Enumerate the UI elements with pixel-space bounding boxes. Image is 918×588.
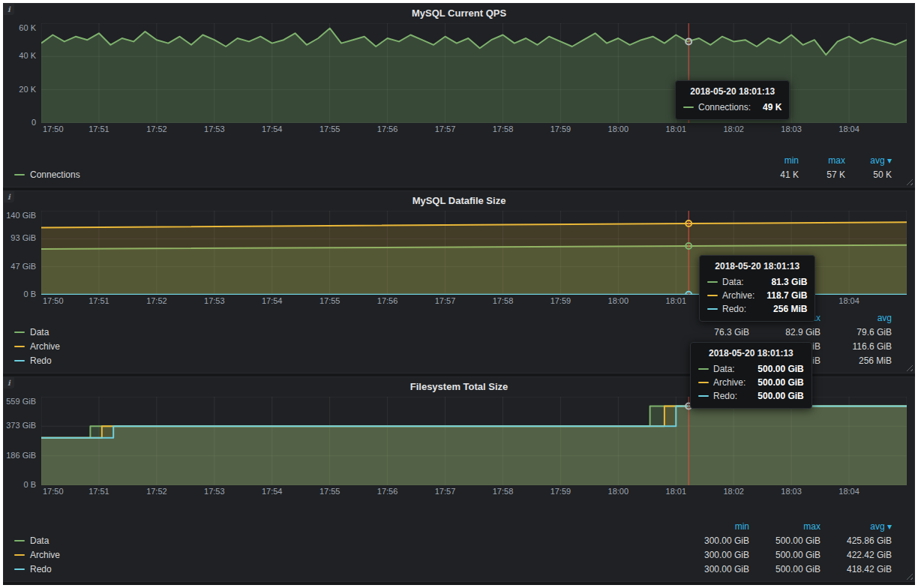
legend-series-name: Data bbox=[30, 327, 49, 338]
legend-min-value: 300.00 GiB bbox=[678, 564, 749, 574]
x-axis: 17:5017:5117:5217:5317:5417:5517:5617:57… bbox=[41, 123, 907, 135]
x-axis-tick-label: 18:01 bbox=[666, 487, 687, 496]
x-axis-tick-label: 17:55 bbox=[320, 487, 340, 496]
legend-series-redo[interactable]: Redo bbox=[14, 564, 52, 574]
y-axis-tick-label: 0 B bbox=[23, 480, 36, 489]
legend-header-min[interactable]: min bbox=[678, 521, 749, 532]
x-axis-tick-label: 17:56 bbox=[377, 487, 398, 496]
tooltip-timestamp: 2018-05-20 18:01:13 bbox=[683, 86, 782, 97]
hover-tooltip: 2018-05-20 18:01:13Data:500.00 GiBArchiv… bbox=[690, 342, 812, 409]
grafana-dashboard: i MySQL Current QPS 020 K40 K60 K 17:501… bbox=[3, 3, 915, 585]
x-axis-tick-label: 18:03 bbox=[781, 487, 802, 496]
legend-header-avg[interactable]: avg ▾ bbox=[845, 155, 892, 166]
tooltip-series-name: Redo: bbox=[722, 304, 746, 314]
x-axis-tick-label: 17:52 bbox=[146, 296, 167, 305]
filesystem-chart-canvas[interactable] bbox=[41, 397, 907, 485]
series-color-dash bbox=[14, 346, 25, 347]
legend-header-avg[interactable]: avg bbox=[820, 313, 892, 323]
y-axis-tick-label: 0 B bbox=[23, 290, 36, 298]
tooltip-series-name: Archive: bbox=[713, 377, 746, 388]
y-axis-tick-label: 47 GiB bbox=[10, 262, 36, 271]
legend-max-value: 82.9 GiB bbox=[749, 327, 820, 338]
tooltip-series-row: Connections:49 K bbox=[683, 100, 782, 114]
tooltip-series-value: 500.00 GiB bbox=[746, 391, 803, 401]
x-axis-tick-label: 17:59 bbox=[550, 124, 572, 134]
tooltip-timestamp: 2018-05-20 18:01:13 bbox=[707, 261, 807, 272]
panel-info-icon[interactable]: i bbox=[4, 377, 14, 388]
x-axis-tick-label: 17:51 bbox=[88, 124, 110, 134]
legend-min-value: 300.00 GiB bbox=[678, 536, 749, 546]
tooltip-series-name: Redo: bbox=[713, 391, 737, 401]
x-axis-tick-label: 17:54 bbox=[262, 124, 283, 134]
x-axis-tick-label: 18:03 bbox=[781, 124, 802, 134]
tooltip-series-name: Connections: bbox=[698, 102, 751, 112]
x-axis-tick-label: 17:57 bbox=[435, 296, 456, 305]
tooltip-series-value: 500.00 GiB bbox=[746, 364, 803, 374]
legend-series-name: Data bbox=[30, 536, 49, 546]
tooltip-series-row: Data:500.00 GiB bbox=[698, 362, 804, 376]
series-color-dash bbox=[14, 540, 25, 542]
panel-title[interactable]: MySQL Datafile Size bbox=[4, 191, 914, 211]
x-axis-tick-label: 18:04 bbox=[838, 296, 860, 305]
x-axis-tick-label: 17:52 bbox=[146, 487, 167, 496]
legend-avg-value: 422.42 GiB bbox=[820, 550, 892, 560]
y-axis-tick-label: 373 GiB bbox=[6, 421, 36, 430]
legend-min-value: 41 K bbox=[752, 170, 799, 180]
panel-info-icon[interactable]: i bbox=[4, 4, 14, 15]
y-axis-tick-label: 93 GiB bbox=[10, 233, 36, 242]
legend-row: Connections41 K57 K50 K bbox=[14, 167, 892, 182]
legend-avg-value: 79.6 GiB bbox=[820, 327, 892, 338]
legend-series-archive[interactable]: Archive bbox=[14, 550, 60, 560]
legend-series-connections[interactable]: Connections bbox=[14, 170, 80, 180]
legend-row: Archive300.00 GiB500.00 GiB422.42 GiB bbox=[14, 548, 892, 562]
tooltip-series-row: Redo:500.00 GiB bbox=[698, 389, 804, 403]
tooltip-series-value: 49 K bbox=[751, 102, 782, 112]
y-axis-tick-label: 186 GiB bbox=[6, 451, 36, 460]
legend-series-data[interactable]: Data bbox=[14, 327, 49, 338]
legend-series-archive[interactable]: Archive bbox=[14, 341, 60, 352]
legend-series-name: Redo bbox=[30, 356, 52, 366]
legend-avg-value: 50 K bbox=[845, 170, 892, 180]
legend-series-data[interactable]: Data bbox=[14, 536, 49, 546]
series-color-dash bbox=[14, 174, 25, 176]
x-axis-tick-label: 17:58 bbox=[493, 487, 514, 496]
x-axis-tick-label: 17:58 bbox=[493, 124, 514, 134]
x-axis-tick-label: 18:02 bbox=[723, 487, 744, 496]
tooltip-series-value: 81.3 GiB bbox=[759, 277, 807, 287]
panel-title[interactable]: MySQL Current QPS bbox=[4, 4, 914, 23]
legend-header-max[interactable]: max bbox=[749, 521, 820, 532]
series-color-dash bbox=[707, 281, 718, 283]
tooltip-series-value: 500.00 GiB bbox=[746, 377, 803, 388]
tooltip-series-row: Data:81.3 GiB bbox=[707, 275, 807, 289]
plot-area: 0 B186 GiB373 GiB559 GiB bbox=[4, 397, 914, 485]
series-color-dash bbox=[698, 382, 709, 383]
tooltip-timestamp: 2018-05-20 18:01:13 bbox=[698, 348, 804, 358]
series-color-dash bbox=[14, 360, 25, 362]
x-axis-tick-label: 17:55 bbox=[320, 124, 340, 134]
series-color-dash bbox=[707, 295, 718, 296]
y-axis-tick-label: 140 GiB bbox=[6, 211, 36, 220]
y-axis-tick-label: 40 K bbox=[19, 51, 36, 60]
legend-header-avg[interactable]: avg ▾ bbox=[820, 521, 892, 532]
y-axis-tick-label: 20 K bbox=[19, 85, 36, 94]
legend-series-redo[interactable]: Redo bbox=[14, 356, 52, 366]
y-axis: 0 B47 GiB93 GiB140 GiB bbox=[4, 211, 41, 295]
panel-info-icon[interactable]: i bbox=[4, 191, 14, 202]
x-axis-tick-label: 18:00 bbox=[608, 296, 629, 305]
hover-tooltip: 2018-05-20 18:01:13Data:81.3 GiBArchive:… bbox=[699, 255, 815, 322]
x-axis-tick-label: 17:55 bbox=[320, 296, 340, 305]
x-axis-tick-label: 17:59 bbox=[550, 296, 572, 305]
legend-header-min[interactable]: min bbox=[752, 155, 799, 166]
series-color-dash bbox=[698, 368, 709, 370]
x-axis-tick-label: 17:57 bbox=[435, 487, 456, 496]
x-axis-tick-label: 18:00 bbox=[608, 487, 629, 496]
tooltip-series-name: Archive: bbox=[722, 290, 754, 301]
tooltip-series-name: Data: bbox=[722, 277, 744, 287]
legend-header-max[interactable]: max bbox=[799, 155, 845, 166]
x-axis-tick-label: 17:52 bbox=[146, 124, 167, 134]
legend-series-name: Redo bbox=[30, 564, 52, 574]
x-axis-tick-label: 17:56 bbox=[377, 124, 398, 134]
y-axis-tick-label: 0 bbox=[32, 118, 36, 127]
x-axis-tick-label: 17:54 bbox=[262, 296, 283, 305]
legend-series-name: Archive bbox=[30, 550, 60, 560]
